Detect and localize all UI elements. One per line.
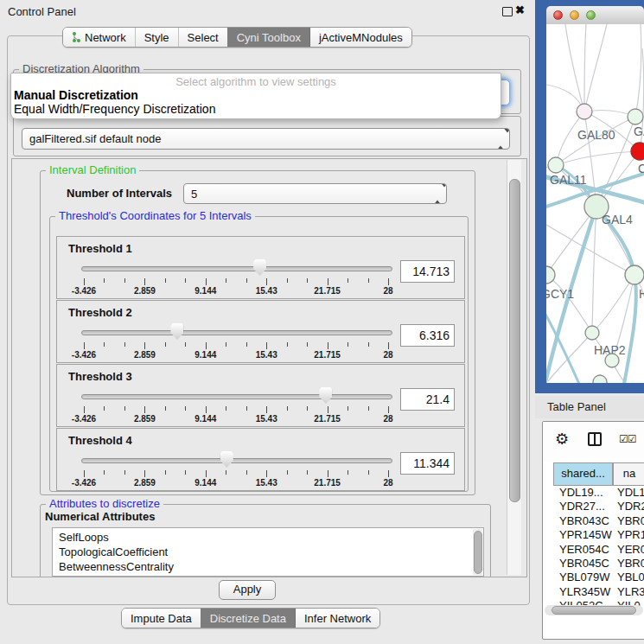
network-edge-thick[interactable]	[624, 275, 636, 383]
tick-mark	[368, 278, 369, 283]
list-scrollbar[interactable]	[473, 529, 482, 575]
network-edge[interactable]	[546, 207, 596, 275]
tab-discretize-data[interactable]: Discretize Data	[201, 609, 295, 628]
num-intervals-combobox[interactable]: 5	[183, 183, 447, 204]
column-header-name[interactable]: na	[613, 463, 644, 485]
cell-shared-name: YBR043C	[553, 514, 613, 528]
dropdown-option-equal-width[interactable]: Equal Width/Frequency Discretization	[11, 102, 501, 116]
numerical-attributes-list: SelfLoopsTopologicalCoefficientBetweenne…	[52, 527, 484, 577]
tick-label: 9.144	[194, 286, 216, 296]
network-node[interactable]	[585, 326, 599, 340]
tick-mark	[246, 470, 247, 475]
table-panel-header: Table Panel	[535, 396, 644, 418]
slider-track[interactable]	[81, 458, 392, 463]
attribute-list-item[interactable]: BetweennessCentrality	[53, 559, 483, 574]
network-edge[interactable]	[584, 24, 586, 112]
slider-track[interactable]	[81, 330, 392, 335]
cell-shared-name: YDL19...	[553, 486, 613, 500]
tab-style[interactable]: Style	[135, 28, 178, 47]
tab-select[interactable]: Select	[178, 28, 227, 47]
minimize-traffic-light-icon[interactable]	[570, 10, 579, 20]
columns-icon[interactable]	[588, 432, 602, 446]
network-node[interactable]	[625, 265, 644, 284]
network-edge[interactable]	[584, 24, 607, 112]
scrollbar-thumb[interactable]	[552, 606, 636, 615]
attribute-list-item[interactable]: SelfLoops	[53, 530, 483, 545]
tab-label: Cyni Toolbox	[237, 29, 301, 47]
column-header-shared[interactable]: shared...	[553, 463, 613, 485]
table-row[interactable]: YPR145WYPR1	[553, 528, 644, 542]
slider-handle[interactable]	[253, 259, 266, 276]
tab-label: Select	[188, 29, 219, 47]
network-canvas[interactable]: GAL80GACGAL11GAL4GCY1HHAP2	[546, 24, 644, 383]
tab-infer-network[interactable]: Infer Network	[295, 609, 379, 628]
network-node[interactable]	[605, 354, 619, 367]
app-root: Control Panel ✖ Network Style Select Cyn…	[0, 0, 644, 644]
network-edge[interactable]	[546, 225, 634, 275]
network-edge[interactable]	[565, 24, 584, 112]
slider-handle[interactable]	[319, 387, 332, 404]
cell-name: YDL1	[613, 486, 644, 500]
slider-track[interactable]	[81, 266, 392, 271]
close-traffic-light-icon[interactable]	[553, 10, 563, 20]
network-node[interactable]	[577, 104, 592, 119]
tab-jactivemnodules[interactable]: jActiveMNodules	[309, 28, 411, 47]
select-columns-checkbox-icons[interactable]: ☑☑	[619, 433, 636, 445]
table-row[interactable]: YBR043CYBR0	[553, 514, 644, 528]
tab-impute-data[interactable]: Impute Data	[122, 609, 201, 628]
float-window-icon[interactable]	[502, 7, 513, 16]
attribute-list-item[interactable]: TopologicalCoefficient	[53, 545, 483, 559]
network-window-frame: GAL80GACGAL11GAL4GCY1HHAP2	[535, 0, 644, 393]
threshold-value-field[interactable]: 11.344	[400, 452, 455, 475]
slider-handle[interactable]	[170, 323, 183, 340]
network-edge[interactable]	[556, 151, 640, 165]
horizontal-scrollbar[interactable]	[545, 605, 643, 615]
table-row[interactable]: YDL19...YDL1	[553, 486, 644, 500]
tick-mark	[84, 278, 85, 285]
table-row[interactable]: YBR045CYBR0	[553, 557, 644, 571]
bottom-tabstrip: Impute Data Discretize Data Infer Networ…	[121, 608, 380, 628]
threshold-label: Threshold 1	[68, 242, 132, 255]
network-edge[interactable]	[546, 275, 592, 333]
tick-label: -3.426	[72, 350, 96, 360]
table-row[interactable]: YBL079WYBL0	[553, 571, 644, 584]
panel-scrollbar[interactable]	[507, 160, 521, 575]
tab-network[interactable]: Network	[63, 28, 135, 47]
slider-track[interactable]	[81, 394, 392, 399]
gear-icon[interactable]: ⚙	[555, 431, 569, 447]
table-toolbar: ⚙ ☑☑	[543, 422, 644, 462]
tab-cyni-toolbox[interactable]: Cyni Toolbox	[227, 28, 309, 47]
tick-mark	[206, 278, 207, 285]
tick-label: 15.43	[256, 478, 277, 488]
slider-handle[interactable]	[220, 451, 233, 468]
network-edge[interactable]	[592, 207, 596, 333]
table-data-combobox[interactable]: galFiltered.sif default node	[22, 128, 510, 150]
apply-button[interactable]: Apply	[219, 580, 276, 600]
zoom-traffic-light-icon[interactable]	[586, 10, 596, 20]
table-row[interactable]: YER054CYER0	[553, 543, 644, 557]
table-row[interactable]: YDR27...YDR2	[553, 500, 644, 513]
tick-mark	[104, 406, 105, 411]
table-header-row: shared... na	[553, 462, 644, 486]
dropdown-option-manual[interactable]: Manual Discretization	[11, 88, 501, 102]
tick-label: 2.859	[134, 350, 156, 360]
network-edge[interactable]	[635, 24, 641, 117]
scrollbar-thumb[interactable]	[509, 179, 520, 502]
network-node[interactable]	[628, 109, 643, 124]
tick-mark	[348, 278, 348, 283]
network-node[interactable]	[548, 157, 564, 173]
tick-mark	[388, 278, 389, 285]
network-window-titlebar[interactable]	[546, 6, 644, 25]
cell-name: YPR1	[613, 528, 644, 542]
tick-mark	[307, 406, 308, 411]
close-icon[interactable]: ✖	[515, 3, 525, 16]
tick-mark	[165, 406, 166, 411]
threshold-value-field[interactable]: 6.316	[400, 324, 455, 347]
network-node[interactable]	[631, 143, 644, 160]
table-row[interactable]: YLR345WYLR3	[553, 585, 644, 599]
threshold-value-field[interactable]: 14.713	[400, 260, 455, 283]
stepper-arrows-icon	[497, 129, 505, 149]
network-node[interactable]	[593, 375, 607, 383]
tick-mark	[124, 406, 125, 411]
threshold-value-field[interactable]: 21.4	[400, 388, 455, 411]
